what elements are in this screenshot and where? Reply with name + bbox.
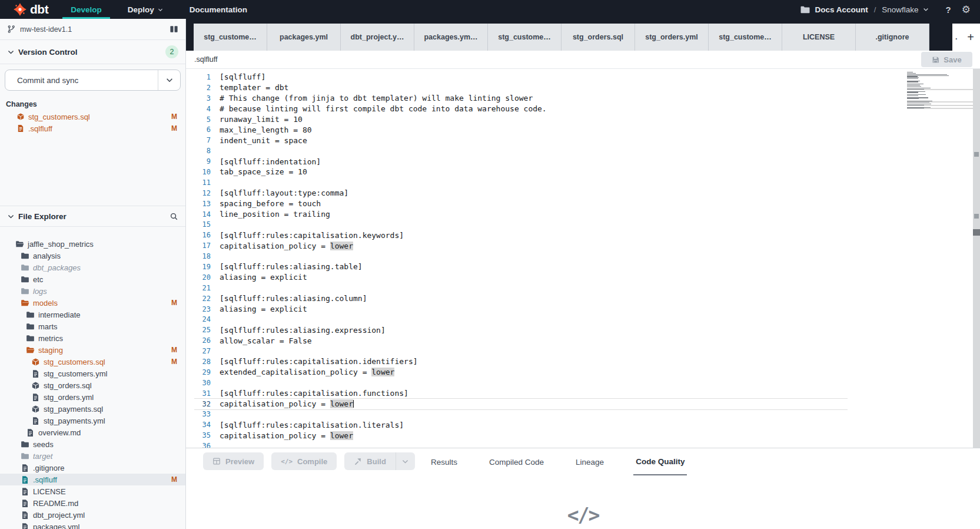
connection-selector[interactable]: Snowflake [882, 5, 918, 14]
file-tree-item[interactable]: overview.md [0, 426, 185, 438]
editor-tab[interactable]: packages.yml [267, 24, 341, 51]
code-line[interactable]: 21 [194, 283, 848, 293]
account-selector[interactable]: Docs Account [815, 5, 868, 14]
help-icon[interactable]: ? [946, 5, 951, 15]
editor-tab[interactable]: packages.ym… [414, 24, 488, 51]
code-line[interactable]: 13spacing_before = touch [194, 199, 848, 209]
code-line[interactable]: 25[sqlfluff:rules:aliasing.expression] [194, 325, 848, 335]
code-line[interactable]: 36 [194, 441, 848, 448]
editor-tab[interactable]: stg_orders.yml [635, 24, 709, 51]
build-options-button[interactable] [396, 452, 415, 470]
editor-tab[interactable]: stg_custome… [194, 24, 267, 51]
bottom-tab-code-quality[interactable]: Code Quality [633, 448, 687, 475]
code-line[interactable]: 7indent_unit = space [194, 135, 848, 146]
file-tree-item[interactable]: jaffle_shop_metrics [0, 238, 185, 250]
gear-icon[interactable]: ⚙ [962, 5, 971, 15]
code-line[interactable]: 4# because linting will first compile db… [194, 104, 848, 114]
menu-deploy[interactable]: Deploy [128, 0, 164, 19]
code-line[interactable]: 35capitalisation_policy = lower [194, 430, 848, 441]
commit-options-button[interactable] [158, 70, 180, 90]
file-tree-item[interactable]: seeds [0, 438, 185, 450]
file-tree-item[interactable]: .gitignore [0, 462, 185, 474]
file-tree-item[interactable]: LICENSE [0, 485, 185, 497]
file-tree-item[interactable]: logs [0, 285, 185, 297]
code-line[interactable]: 30 [194, 378, 848, 388]
bottom-tab-compiled-code[interactable]: Compiled Code [487, 448, 546, 475]
file-tree-item[interactable]: target [0, 450, 185, 462]
code-line[interactable]: 27 [194, 346, 848, 356]
file-tree-item[interactable]: intermediate [0, 309, 185, 320]
code-line[interactable]: 6max_line_length = 80 [194, 124, 848, 135]
dbt-logo[interactable]: dbt [13, 2, 48, 16]
scrollbar[interactable] [973, 69, 980, 448]
file-tree-item[interactable]: packages.yml [0, 521, 185, 529]
code-line[interactable]: 29extended_capitalisation_policy = lower [194, 367, 848, 378]
code-line[interactable]: 20aliasing = explicit [194, 272, 848, 283]
editor-tab[interactable]: stg_custome… [709, 24, 782, 51]
code-line[interactable]: 18 [194, 251, 848, 262]
editor-tab[interactable]: LICENSE [782, 24, 856, 51]
file-tree-item[interactable]: stagingM [0, 344, 185, 356]
save-button[interactable]: Save [921, 52, 972, 67]
menu-documentation[interactable]: Documentation [190, 0, 247, 19]
file-tree-item[interactable]: etc [0, 273, 185, 285]
bottom-tab-lineage[interactable]: Lineage [573, 448, 606, 475]
file-tree-item[interactable]: README.md [0, 497, 185, 509]
bottom-tab-results[interactable]: Results [428, 448, 460, 475]
code-line[interactable]: 10tab_space_size = 10 [194, 167, 848, 177]
file-explorer-header[interactable]: File Explorer [0, 206, 185, 227]
code-line[interactable]: 19[sqlfluff:rules:aliasing.table] [194, 262, 848, 272]
code-line[interactable]: 5runaway_limit = 10 [194, 114, 848, 125]
code-line[interactable]: 2templater = dbt [194, 82, 848, 93]
file-tree-item[interactable]: .sqlfluffM [0, 474, 185, 485]
file-tree-item[interactable]: dbt_project.yml [0, 509, 185, 521]
editor-tab[interactable]: stg_custome… [488, 24, 562, 51]
changed-file-item[interactable]: .sqlfluffM [0, 123, 185, 134]
file-tree-item[interactable]: stg_customers.sqlM [0, 356, 185, 368]
file-tree-item[interactable]: modelsM [0, 297, 185, 309]
editor-tab[interactable]: dbt_project.y… [341, 24, 414, 51]
preview-button[interactable]: Preview [203, 452, 264, 470]
active-tab-partial[interactable]: . + [952, 24, 980, 51]
code-line[interactable]: 31[sqlfluff:rules:capitalisation.functio… [194, 388, 848, 399]
new-tab-button[interactable]: + [967, 31, 974, 43]
code-line[interactable]: 15 [194, 219, 848, 230]
commit-and-sync-button[interactable]: Commit and sync [5, 70, 181, 91]
editor-tab[interactable]: stg_orders.sql [562, 24, 635, 51]
code-line[interactable]: 14line_position = trailing [194, 209, 848, 220]
code-editor[interactable]: 1[sqlfluff]2templater = dbt3# This chang… [186, 69, 980, 448]
editor-tab[interactable]: .gitignore [856, 24, 929, 51]
file-tree-item[interactable]: marts [0, 320, 185, 332]
file-tree-item[interactable]: stg_customers.yml [0, 368, 185, 379]
code-line[interactable]: 22[sqlfluff:rules:aliasing.column] [194, 293, 848, 304]
file-tree-item[interactable]: metrics [0, 332, 185, 344]
code-line[interactable]: 1[sqlfluff] [194, 72, 848, 82]
code-line[interactable]: 11 [194, 177, 848, 188]
code-line[interactable]: 34[sqlfluff:rules:capitalisation.literal… [194, 419, 848, 430]
code-line[interactable]: 17capitalisation_policy = lower [194, 240, 848, 251]
code-line[interactable]: 12[sqlfluff:layout:type:comma] [194, 188, 848, 199]
minimap[interactable] [907, 72, 973, 110]
code-line[interactable]: 9[sqlfluff:indentation] [194, 156, 848, 167]
file-tree-item[interactable]: stg_payments.yml [0, 415, 185, 426]
chevron-down-icon[interactable] [922, 6, 929, 13]
file-tree-item[interactable]: stg_orders.yml [0, 391, 185, 403]
version-control-header[interactable]: Version Control 2 [0, 40, 185, 64]
file-tree-item[interactable]: dbt_packages [0, 262, 185, 273]
code-line[interactable]: 26allow_scalar = False [194, 335, 848, 346]
search-icon[interactable] [170, 212, 178, 221]
changed-file-item[interactable]: stg_customers.sqlM [0, 111, 185, 123]
code-line[interactable]: 16[sqlfluff:rules:capitalisation.keyword… [194, 230, 848, 240]
build-button[interactable]: Build [344, 452, 396, 470]
file-tree-item[interactable]: stg_orders.sql [0, 379, 185, 391]
compile-button[interactable]: </> Compile [271, 452, 337, 470]
file-tree-item[interactable]: analysis [0, 250, 185, 262]
code-line[interactable]: 28[sqlfluff:rules:capitalisation.identif… [194, 356, 848, 367]
code-line[interactable]: 33 [194, 409, 848, 420]
code-line[interactable]: 24 [194, 314, 848, 325]
code-line[interactable]: 3# This change (from jinja to dbt templa… [194, 93, 848, 104]
code-line[interactable]: 8 [194, 146, 848, 156]
file-tree-item[interactable]: stg_payments.sql [0, 403, 185, 415]
toggle-panels-icon[interactable] [170, 25, 178, 34]
code-line[interactable]: 32capitalisation_policy = lower [194, 399, 848, 409]
